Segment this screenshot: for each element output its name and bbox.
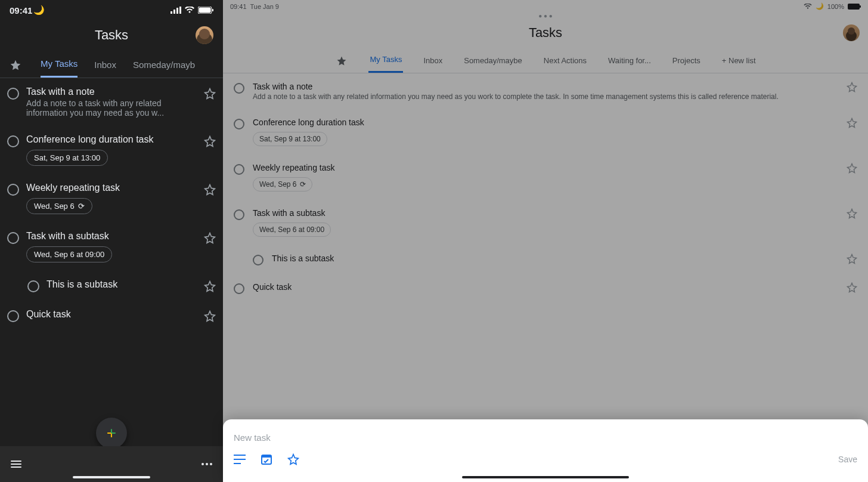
date-chip[interactable]: Wed, Sep 6 at 09:00 [253, 223, 331, 237]
star-toggle[interactable] [847, 163, 857, 174]
complete-toggle[interactable] [7, 232, 19, 244]
task-row[interactable]: Quick task [0, 301, 223, 330]
avatar[interactable] [843, 24, 860, 41]
complete-toggle[interactable] [7, 88, 19, 100]
complete-toggle[interactable] [7, 310, 19, 322]
star-icon[interactable] [287, 453, 299, 465]
save-button[interactable]: Save [838, 455, 857, 464]
star-toggle[interactable] [204, 232, 216, 244]
date-chip[interactable]: Wed, Sep 6 at 09:00 [26, 246, 112, 262]
complete-toggle[interactable] [27, 280, 39, 292]
svg-rect-6 [212, 9, 213, 11]
complete-toggle[interactable] [234, 164, 244, 175]
task-title: Task with a note [26, 86, 197, 97]
task-body: Task with a noteAdd a note to a task wit… [253, 82, 838, 101]
task-title: Task with a subtask [26, 231, 197, 242]
tab-projects[interactable]: Projects [671, 50, 702, 72]
tab-my-tasks[interactable]: My Tasks [368, 49, 403, 73]
tab-next-actions[interactable]: Next Actions [542, 50, 588, 72]
task-row[interactable]: This is a subtask [0, 271, 223, 301]
home-indicator [73, 476, 150, 478]
task-row[interactable]: Conference long duration taskSat, Sep 9 … [0, 126, 223, 174]
task-body: Quick task [26, 309, 197, 320]
task-title: Conference long duration task [26, 134, 197, 145]
tab-someday[interactable]: Someday/maybe [463, 50, 523, 72]
complete-toggle[interactable] [234, 119, 244, 129]
task-row[interactable]: This is a subtask [223, 245, 868, 274]
star-toggle[interactable] [204, 135, 216, 147]
date-chip[interactable]: Wed, Sep 6⟳ [253, 177, 312, 191]
tab-my-tasks[interactable]: My Tasks [41, 52, 78, 78]
task-row[interactable]: Task with a noteAdd a note to a task wit… [0, 78, 223, 126]
calendar-icon[interactable] [261, 454, 272, 465]
tablet-panel: 09:41 Tue Jan 9 🌙 100% ● ● ● Tasks My Ta… [223, 0, 868, 482]
battery-icon [848, 4, 861, 10]
new-task-input[interactable]: New task [234, 430, 857, 453]
task-body: Quick task [253, 282, 838, 292]
date-chip[interactable]: Sat, Sep 9 at 13:00 [26, 150, 108, 166]
star-filter-icon[interactable] [7, 54, 24, 76]
multitask-dots: ● ● ● [223, 13, 868, 19]
task-title: Conference long duration task [253, 118, 838, 127]
date-chip[interactable]: Sat, Sep 9 at 13:00 [253, 132, 327, 146]
svg-rect-5 [199, 8, 211, 13]
task-row[interactable]: Task with a subtaskWed, Sep 6 at 09:00 [223, 200, 868, 245]
tab-inbox[interactable]: Inbox [94, 54, 116, 77]
complete-toggle[interactable] [234, 283, 244, 294]
star-toggle[interactable] [204, 184, 216, 196]
wifi-icon [185, 7, 194, 14]
star-toggle[interactable] [847, 118, 857, 128]
avatar[interactable] [196, 26, 213, 44]
tab-new-list[interactable]: + New list [721, 50, 757, 72]
task-body: Weekly repeating taskWed, Sep 6⟳ [253, 163, 838, 191]
tablet-title: Tasks [529, 25, 562, 41]
star-toggle[interactable] [847, 254, 857, 264]
task-row[interactable]: Quick task [223, 274, 868, 302]
svg-rect-13 [262, 455, 271, 458]
tablet-date: Tue Jan 9 [250, 3, 279, 10]
task-body: Conference long duration taskSat, Sep 9 … [253, 118, 838, 146]
complete-toggle[interactable] [7, 184, 19, 196]
star-toggle[interactable] [204, 280, 216, 292]
phone-tabs: My Tasks Inbox Someday/mayb [0, 48, 223, 78]
task-row[interactable]: Conference long duration taskSat, Sep 9 … [223, 109, 868, 155]
task-row[interactable]: Weekly repeating taskWed, Sep 6⟳ [0, 174, 223, 223]
more-icon[interactable] [202, 463, 212, 465]
task-body: Conference long duration taskSat, Sep 9 … [26, 134, 197, 166]
star-filter-icon[interactable] [334, 51, 349, 71]
complete-toggle[interactable] [253, 255, 264, 265]
details-icon[interactable] [234, 455, 246, 464]
phone-task-list: Task with a noteAdd a note to a task wit… [0, 78, 223, 452]
star-toggle[interactable] [204, 88, 216, 100]
add-task-fab[interactable]: + [96, 418, 127, 449]
tab-waiting-for[interactable]: Waiting for... [607, 50, 652, 72]
task-body: Task with a subtaskWed, Sep 6 at 09:00 [26, 231, 197, 262]
star-toggle[interactable] [204, 310, 216, 322]
tab-inbox[interactable]: Inbox [422, 50, 444, 72]
task-row[interactable]: Task with a noteAdd a note to a task wit… [223, 73, 868, 109]
star-toggle[interactable] [847, 82, 857, 92]
tab-someday[interactable]: Someday/mayb [133, 54, 195, 77]
tablet-task-list: Task with a noteAdd a note to a task wit… [223, 73, 868, 455]
repeat-icon: ⟳ [300, 180, 306, 189]
task-row[interactable]: Weekly repeating taskWed, Sep 6⟳ [223, 155, 868, 200]
complete-toggle[interactable] [234, 83, 244, 94]
task-note: Add a note to a task with any related in… [253, 92, 838, 101]
moon-icon: 🌙 [816, 2, 824, 10]
menu-icon[interactable] [11, 461, 21, 468]
complete-toggle[interactable] [7, 135, 19, 147]
svg-rect-3 [179, 7, 181, 14]
date-chip[interactable]: Wed, Sep 6⟳ [26, 198, 92, 214]
phone-status-bar: 09:41 🌙 [0, 0, 223, 18]
task-body: This is a subtask [46, 279, 197, 290]
svg-rect-8 [860, 5, 861, 8]
star-toggle[interactable] [847, 282, 857, 293]
task-title: Task with a note [253, 82, 838, 91]
svg-rect-11 [234, 463, 241, 464]
star-toggle[interactable] [847, 208, 857, 219]
task-title: This is a subtask [272, 254, 838, 263]
moon-icon: 🌙 [33, 5, 45, 16]
plus-icon: + [107, 424, 116, 443]
complete-toggle[interactable] [234, 209, 244, 220]
task-row[interactable]: Task with a subtaskWed, Sep 6 at 09:00 [0, 223, 223, 271]
